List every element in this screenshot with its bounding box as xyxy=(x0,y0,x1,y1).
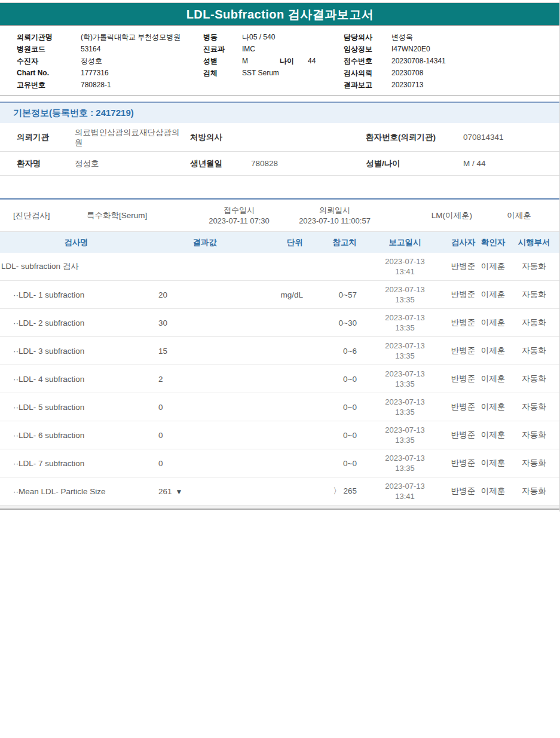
reference-range: 0~0 xyxy=(308,375,362,384)
header-field-result-report-date: 결과보고 20230713 xyxy=(344,79,446,91)
col-header-tester: 검사자 xyxy=(448,237,478,248)
sex-age-label: 성별/나이 xyxy=(366,158,463,169)
report-date: 2023-07-13 xyxy=(362,256,448,267)
report-time: 13:35 xyxy=(362,295,448,305)
report-datetime: 2023-07-1313:41 xyxy=(362,256,448,277)
field-label: 의뢰기관명 xyxy=(17,32,81,42)
patient-name-label: 환자명 xyxy=(0,158,75,169)
diagnostic-category: [진단검사] xyxy=(0,210,87,221)
table-row: ··LDL- 5 subfraction 0 0~0 2023-07-1313:… xyxy=(0,393,560,421)
request-value: 2023-07-10 11:00:57 xyxy=(287,216,382,226)
receipt-value: 2023-07-11 07:30 xyxy=(191,216,287,226)
department: 자동화 xyxy=(508,345,560,356)
reference-range: 〉 265 xyxy=(308,486,362,497)
field-value: 20230708-14341 xyxy=(391,57,446,65)
results-table-header: 검사명 결과값 단위 참고치 보고일시 검사자 확인자 시행부서 xyxy=(0,232,560,253)
report-time: 13:35 xyxy=(362,435,448,445)
report-title-bar: LDL-Subfraction 검사결과보고서 xyxy=(0,3,560,26)
report-time: 13:41 xyxy=(362,491,448,501)
receipt-datetime: 접수일시 2023-07-11 07:30 xyxy=(191,205,287,226)
diagnostic-section: [진단검사] 특수화학[Serum] 접수일시 2023-07-11 07:30… xyxy=(0,198,560,506)
col-header-unit: 단위 xyxy=(257,237,308,248)
test-name: ··LDL- 1 subfraction xyxy=(0,290,152,299)
field-label: 병원코드 xyxy=(17,44,81,54)
basic-info-title: 기본정보(등록번호 : 2417219) xyxy=(13,108,134,118)
prescribing-doctor-label: 처방의사 xyxy=(190,132,251,143)
department: 자동화 xyxy=(508,289,560,300)
field-value: 53164 xyxy=(81,45,100,53)
tester: 반병준 xyxy=(448,430,478,440)
header-field-clinical-info: 임상정보 I47WN20E0 xyxy=(344,43,446,55)
request-label: 의뢰일시 xyxy=(287,205,382,216)
department: 자동화 xyxy=(508,317,560,328)
result-number: 2 xyxy=(158,375,163,384)
result-value: 0 xyxy=(152,459,257,468)
result-number: 15 xyxy=(158,347,167,356)
test-name: ··LDL- 3 subfraction xyxy=(0,347,152,356)
patient-no-label: 환자번호(의뢰기관) xyxy=(366,132,463,143)
report-datetime: 2023-07-1313:35 xyxy=(362,453,448,473)
result-number: 30 xyxy=(158,319,167,327)
department: 자동화 xyxy=(508,458,560,468)
field-value: 780828-1 xyxy=(81,81,111,89)
col-header-verifier: 확인자 xyxy=(478,237,508,248)
col-header-reference: 참고치 xyxy=(308,237,362,248)
report-date: 2023-07-13 xyxy=(362,284,448,295)
verifier: 이제훈 xyxy=(478,345,508,356)
tester: 반병준 xyxy=(448,289,478,300)
header-info-middle-column: 병동 나05 / 540 진료과 IMC 성별 M 나이 44 검체 SST S… xyxy=(203,31,316,79)
report-time: 13:41 xyxy=(362,267,448,277)
lab-report-page: { "title_bar": { "title": "LDL-Subfracti… xyxy=(0,0,560,738)
lab-code: LM(이제훈) xyxy=(382,210,478,221)
birthdate-label: 생년월일 xyxy=(190,158,251,169)
report-title: LDL-Subfraction 검사결과보고서 xyxy=(186,8,374,21)
reporter-name: 이제훈 xyxy=(478,210,560,221)
header-field-patient: 수진자 정성호 xyxy=(17,55,180,67)
header-field-chart-no: Chart No. 1777316 xyxy=(17,67,180,79)
field-value: 변성욱 xyxy=(391,32,413,42)
table-row: ··LDL- 6 subfraction 0 0~0 2023-07-1313:… xyxy=(0,421,560,449)
test-name: ··LDL- 7 subfraction xyxy=(0,459,152,468)
test-name: ··LDL- 6 subfraction xyxy=(0,431,152,440)
result-value: 15 xyxy=(152,347,257,356)
report-date: 2023-07-13 xyxy=(362,453,448,463)
table-row: ··Mean LDL- Particle Size 261▼ 〉 265 202… xyxy=(0,477,560,506)
patient-info-row: 환자명 정성호 생년월일 780828 성별/나이 M / 44 xyxy=(0,152,560,176)
field-label: 검사의뢰 xyxy=(344,68,391,78)
department: 자동화 xyxy=(508,486,560,497)
horizontal-scrollbar-track[interactable] xyxy=(0,506,560,510)
header-field-hospital-code: 병원코드 53164 xyxy=(17,43,180,55)
department: 자동화 xyxy=(508,402,560,412)
field-label: 고유번호 xyxy=(17,80,81,90)
field-value: (학)가톨릭대학교 부천성모병원 xyxy=(81,32,180,42)
tester: 반병준 xyxy=(448,402,478,412)
col-header-test-name: 검사명 xyxy=(0,237,152,248)
report-date: 2023-07-13 xyxy=(362,341,448,351)
reference-range: 0~0 xyxy=(308,403,362,412)
tester: 반병준 xyxy=(448,373,478,384)
patient-name-value: 정성호 xyxy=(75,158,190,169)
table-row: ··LDL- 1 subfraction 20 mg/dL 0~57 2023-… xyxy=(0,281,560,309)
result-value: 30 xyxy=(152,319,257,327)
field-label: 담당의사 xyxy=(344,32,391,42)
test-panel: 특수화학[Serum] xyxy=(87,210,191,221)
reference-range: 0~0 xyxy=(308,459,362,468)
report-datetime: 2023-07-1313:35 xyxy=(362,397,448,417)
tester: 반병준 xyxy=(448,345,478,356)
verifier: 이제훈 xyxy=(478,317,508,328)
col-header-department: 시행부서 xyxy=(508,237,560,248)
field-label: Chart No. xyxy=(17,69,81,77)
field-label: 수진자 xyxy=(17,56,81,66)
report-date: 2023-07-13 xyxy=(362,481,448,491)
test-name: ··LDL- 2 subfraction xyxy=(0,319,152,327)
report-datetime: 2023-07-1313:35 xyxy=(362,425,448,445)
low-flag-icon: ▼ xyxy=(176,488,183,496)
field-value-age: 44 xyxy=(308,57,316,65)
header-field-requesting-org: 의뢰기관명 (학)가톨릭대학교 부천성모병원 xyxy=(17,31,180,43)
department: 자동화 xyxy=(508,261,560,272)
request-datetime: 의뢰일시 2023-07-10 11:00:57 xyxy=(287,205,382,226)
field-value: I47WN20E0 xyxy=(391,45,430,53)
table-row: ··LDL- 7 subfraction 0 0~0 2023-07-1313:… xyxy=(0,449,560,477)
result-number: 0 xyxy=(158,403,163,412)
field-value: M xyxy=(242,57,280,65)
